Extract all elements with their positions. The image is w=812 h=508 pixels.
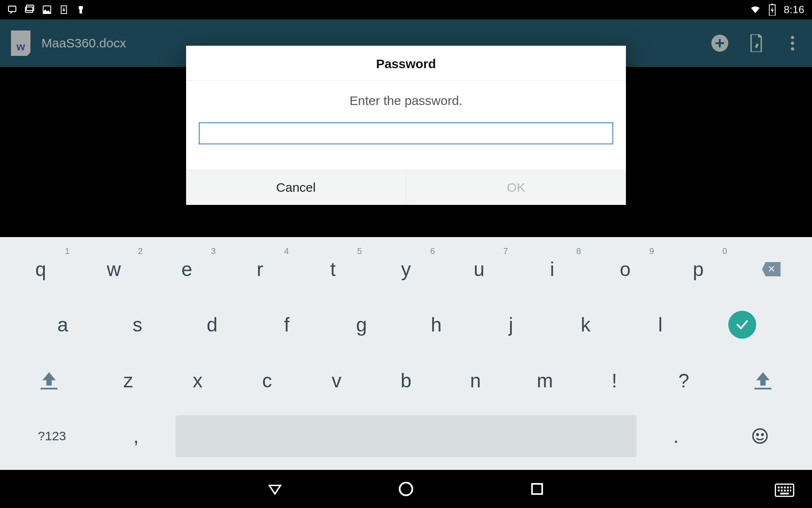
shift-up-icon (755, 372, 771, 386)
keyboard-row-2: asdfghjkl (4, 300, 808, 351)
svg-point-9 (791, 36, 794, 39)
key-p[interactable]: p0 (664, 244, 733, 295)
ok-button[interactable]: OK (406, 170, 626, 205)
key-n[interactable]: n (442, 355, 508, 406)
keyboard-icon (775, 483, 794, 497)
status-left-icons (8, 4, 86, 15)
key-s[interactable]: s (102, 300, 173, 351)
key-t[interactable]: t5 (298, 244, 368, 295)
hide-keyboard-button[interactable] (774, 482, 795, 499)
nav-back-button[interactable] (264, 478, 285, 500)
key-superscript: 3 (211, 246, 216, 256)
svg-rect-16 (532, 484, 542, 494)
dialog-message: Enter the password. (199, 94, 613, 108)
svg-rect-27 (790, 490, 791, 491)
key-x[interactable]: x (165, 355, 230, 406)
backspace-icon: ✕ (762, 262, 781, 276)
key-superscript: 5 (357, 246, 362, 256)
key-u[interactable]: u7 (444, 244, 514, 295)
plus-circle-icon (711, 35, 728, 52)
app-bar-actions (711, 35, 801, 52)
key-r[interactable]: r4 (225, 244, 295, 295)
svg-rect-18 (778, 486, 779, 488)
svg-rect-25 (784, 490, 786, 491)
dialog-body: Enter the password. (186, 81, 626, 170)
key-k[interactable]: k (550, 300, 621, 351)
key-e[interactable]: e3 (152, 244, 222, 295)
key-q[interactable]: q1 (6, 244, 76, 295)
key-superscript: 2 (138, 246, 143, 256)
nav-home-button[interactable] (395, 478, 417, 500)
notification-chat2-icon (25, 4, 36, 15)
document-icon-letter: w (16, 40, 25, 53)
dialog-button-row: Cancel OK (186, 170, 626, 205)
key-exclaim[interactable]: ! (581, 355, 647, 406)
symbols-key[interactable]: ?123 (6, 411, 98, 462)
key-z[interactable]: z (95, 355, 161, 406)
key-l[interactable]: l (625, 300, 696, 351)
key-h[interactable]: h (401, 300, 472, 351)
password-dialog: Password Enter the password. Cancel OK (186, 46, 626, 205)
backspace-key[interactable]: ✕ (736, 244, 806, 295)
status-time: 8:16 (784, 4, 804, 16)
key-m[interactable]: m (512, 355, 578, 406)
key-d[interactable]: d (176, 300, 248, 351)
key-i[interactable]: i8 (517, 244, 587, 295)
key-superscript: 4 (284, 246, 289, 256)
key-superscript: 7 (503, 246, 508, 256)
svg-point-11 (791, 47, 794, 51)
page-tool-button[interactable] (748, 35, 765, 52)
enter-check-icon (728, 311, 756, 339)
password-input[interactable] (199, 122, 613, 144)
period-key[interactable]: . (642, 411, 710, 462)
svg-rect-8 (771, 4, 774, 5)
document-word-icon[interactable]: w (11, 30, 30, 56)
key-superscript: 0 (722, 246, 727, 256)
enter-key[interactable] (700, 300, 785, 351)
soft-keyboard: q1w2e3r4t5y6u7i8o9p0 ✕ asdfghjkl zxcvbnm… (0, 237, 812, 470)
svg-point-10 (791, 41, 794, 45)
svg-rect-6 (80, 10, 82, 14)
key-question[interactable]: ? (651, 355, 717, 406)
svg-rect-22 (790, 486, 791, 488)
emoji-key[interactable] (714, 411, 806, 462)
keyboard-row-3: zxcvbnm!? (4, 355, 808, 406)
key-o[interactable]: o9 (590, 244, 660, 295)
key-c[interactable]: c (234, 355, 300, 406)
key-y[interactable]: y6 (371, 244, 441, 295)
wifi-icon (750, 4, 761, 15)
overflow-menu-button[interactable] (784, 35, 801, 52)
shift-key-right[interactable] (720, 355, 806, 406)
keyboard-row-4: ?123 , . (4, 411, 808, 462)
key-a[interactable]: a (27, 300, 99, 351)
key-f[interactable]: f (251, 300, 323, 351)
svg-rect-20 (784, 486, 786, 488)
svg-rect-28 (780, 493, 789, 494)
svg-point-14 (762, 434, 763, 435)
cancel-button[interactable]: Cancel (186, 170, 406, 205)
svg-rect-23 (778, 490, 779, 491)
dialog-title: Password (186, 46, 626, 81)
download-icon (58, 4, 69, 15)
svg-rect-0 (8, 6, 16, 11)
svg-point-12 (753, 429, 767, 443)
add-button[interactable] (711, 35, 728, 52)
key-g[interactable]: g (326, 300, 398, 351)
space-key[interactable] (176, 415, 636, 458)
key-j[interactable]: j (475, 300, 547, 351)
svg-rect-21 (787, 486, 789, 488)
svg-rect-26 (787, 490, 789, 491)
battery-charging-icon (767, 4, 778, 15)
key-superscript: 9 (649, 246, 654, 256)
key-superscript: 6 (430, 246, 435, 256)
notification-chat-icon (8, 4, 19, 15)
key-b[interactable]: b (373, 355, 439, 406)
status-bar: 8:16 (0, 0, 812, 19)
comma-key[interactable]: , (102, 411, 170, 462)
svg-rect-24 (781, 490, 782, 491)
nav-recents-button[interactable] (527, 478, 548, 500)
key-v[interactable]: v (304, 355, 370, 406)
key-superscript: 8 (576, 246, 581, 256)
key-w[interactable]: w2 (79, 244, 149, 295)
shift-key-left[interactable] (6, 355, 92, 406)
